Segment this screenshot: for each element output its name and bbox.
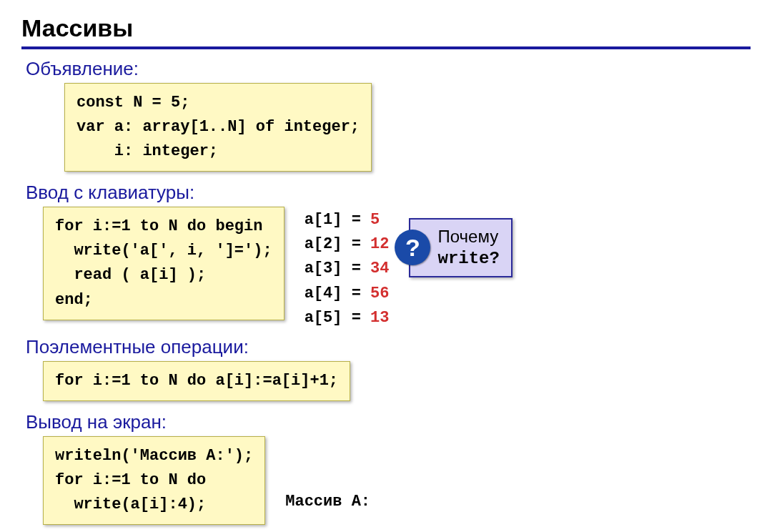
code-output: writeln('Массив A:'); for i:=1 to N do w…	[43, 436, 265, 525]
callout-text: Почему write?	[437, 225, 499, 270]
output-label: a[2] =	[305, 235, 370, 253]
callout-line2: write?	[437, 247, 499, 270]
code-input: for i:=1 to N do begin write('a[', i, ']…	[43, 207, 284, 320]
output-label: a[4] =	[305, 285, 370, 302]
output-value: 12	[370, 235, 389, 253]
callout-why-write: ? Почему write?	[409, 218, 512, 277]
section-declaration-heading: Объявление:	[26, 58, 751, 80]
output-value: 34	[370, 260, 389, 277]
output-value: 56	[370, 285, 389, 302]
output-value: 13	[370, 309, 389, 327]
output-result: Массив A: 6 13 35 57 14	[285, 439, 503, 532]
output-label: a[1] =	[305, 211, 370, 229]
output-value: 5	[370, 211, 380, 229]
section-output-heading: Вывод на экран:	[26, 411, 751, 433]
question-icon: ?	[395, 230, 430, 265]
page-title: Массивы	[21, 14, 751, 49]
code-ops: for i:=1 to N do a[i]:=a[i]+1;	[43, 361, 350, 401]
output-label: a[3] =	[305, 260, 370, 277]
output-label: a[5] =	[305, 309, 370, 327]
callout-line1: Почему	[437, 225, 499, 247]
output-result-label: Массив A:	[285, 489, 503, 514]
input-output-values: a[1] = 5 a[2] = 12 a[3] = 34 a[4] = 56 a…	[305, 208, 390, 330]
code-declaration: const N = 5; var a: array[1..N] of integ…	[64, 83, 372, 172]
section-input-heading: Ввод с клавиатуры:	[26, 182, 751, 204]
section-ops-heading: Поэлементные операции:	[26, 336, 751, 358]
